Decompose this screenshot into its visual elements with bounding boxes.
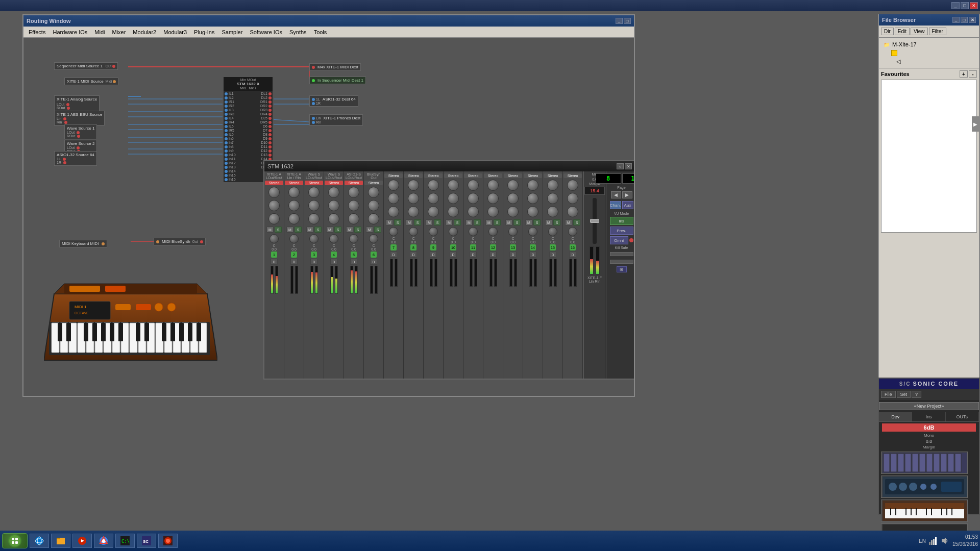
ch1-knob-1[interactable] bbox=[268, 187, 280, 198]
ch5-mute-btn[interactable]: M bbox=[346, 227, 353, 233]
ch2-knob-2[interactable] bbox=[288, 200, 300, 211]
ch10-d-btn[interactable]: D bbox=[450, 252, 457, 258]
xite1-analog-source-node[interactable]: XITE-1 Analog Source LOut ROut bbox=[54, 95, 100, 111]
ch10-pan-knob[interactable] bbox=[449, 227, 458, 236]
asio132-dest-node[interactable]: 1L ASIO1-32 Dest 64 1R bbox=[309, 95, 358, 107]
menu-synths[interactable]: Synths bbox=[286, 28, 310, 36]
ch11-pan-knob[interactable] bbox=[469, 227, 478, 236]
ch3-knob-1[interactable] bbox=[308, 187, 320, 198]
ch4-mute-btn[interactable]: M bbox=[326, 227, 333, 233]
ch15-knob-2[interactable] bbox=[547, 193, 558, 204]
ch4-solo-btn[interactable]: S bbox=[334, 227, 341, 233]
fb-close-btn[interactable]: ✕ bbox=[969, 17, 976, 23]
ch4-pan-knob[interactable] bbox=[329, 234, 338, 243]
ch6-pan-knob[interactable] bbox=[369, 234, 378, 243]
ch13-pan-knob[interactable] bbox=[508, 227, 518, 236]
file-tree-item-arrow[interactable]: ◁ bbox=[881, 57, 977, 66]
ch7-mute-btn[interactable]: M bbox=[386, 219, 393, 226]
ch2-mute-btn[interactable]: M bbox=[286, 227, 293, 233]
menu-modular2[interactable]: Modular2 bbox=[130, 28, 159, 36]
ch12-knob-2[interactable] bbox=[487, 193, 499, 204]
maximize-button[interactable]: □ bbox=[961, 2, 969, 9]
close-button[interactable]: ✕ bbox=[970, 2, 978, 9]
ch9-pan-knob[interactable] bbox=[429, 227, 438, 236]
ch8-knob-2[interactable] bbox=[408, 193, 419, 204]
ch13-knob-1[interactable] bbox=[507, 180, 519, 191]
sonic-tab-outs[interactable]: OUTs bbox=[946, 412, 979, 421]
sonic-set-btn[interactable]: Set bbox=[897, 391, 911, 398]
routing-window-title-buttons[interactable]: _ □ bbox=[616, 18, 631, 24]
ch2-knob-1[interactable] bbox=[288, 187, 300, 198]
mixer-omni-btn[interactable]: Omni bbox=[610, 236, 628, 244]
ch5-knob-2[interactable] bbox=[348, 200, 359, 211]
ch4-knob-3[interactable] bbox=[328, 213, 339, 224]
taskbar-media-btn[interactable] bbox=[72, 534, 92, 548]
mixer-page-prev-btn[interactable]: ◀ bbox=[611, 191, 621, 198]
taskbar-chrome-btn[interactable] bbox=[94, 534, 113, 548]
asio132-source-node[interactable]: ASIO1-32 Source 64 1L 1R bbox=[54, 151, 97, 166]
ch13-knob-3[interactable] bbox=[507, 206, 519, 217]
fb-edit-btn[interactable]: Edit bbox=[895, 28, 910, 35]
expand-collapse-arrow[interactable]: ▶ bbox=[972, 116, 979, 132]
ch5-pan-knob[interactable] bbox=[349, 234, 358, 243]
sequencer-midi-source-node[interactable]: Sequencer Midi Source 1 Out bbox=[54, 62, 118, 70]
ch12-knob-1[interactable] bbox=[487, 180, 499, 191]
ch8-mute-btn[interactable]: M bbox=[406, 219, 413, 226]
ch8-knob-3[interactable] bbox=[408, 206, 419, 217]
ch15-pan-knob[interactable] bbox=[548, 227, 557, 236]
ch11-knob-2[interactable] bbox=[468, 193, 479, 204]
ch4-stereo-btn[interactable]: Stereo bbox=[325, 181, 343, 185]
file-tree-item-root[interactable]: 📁 M-Xlte-17 bbox=[881, 40, 977, 49]
sonic-tab-ins[interactable]: Ins bbox=[912, 412, 945, 421]
ch3-mute-btn[interactable]: M bbox=[306, 227, 313, 233]
mixer-aux-btn[interactable]: Aux bbox=[622, 201, 633, 209]
fb-dir-btn[interactable]: Dir bbox=[881, 28, 894, 35]
menu-midi[interactable]: Midi bbox=[91, 28, 108, 36]
ch2-stereo-btn[interactable]: Stereo bbox=[285, 181, 303, 185]
ch14-knob-2[interactable] bbox=[527, 193, 538, 204]
ch14-knob-3[interactable] bbox=[527, 206, 538, 217]
menu-modular3[interactable]: Modular3 bbox=[160, 28, 190, 36]
ch1-d-btn[interactable]: D bbox=[271, 259, 278, 265]
ch6-solo-btn[interactable]: S bbox=[374, 227, 381, 233]
ch5-knob-3[interactable] bbox=[348, 213, 359, 224]
ch9-solo-btn[interactable]: S bbox=[434, 219, 441, 226]
ch14-pan-knob[interactable] bbox=[528, 227, 537, 236]
ch1-mute-btn[interactable]: M bbox=[266, 227, 274, 233]
ch10-mute-btn[interactable]: M bbox=[446, 219, 453, 226]
ch6-d-btn[interactable]: D bbox=[370, 259, 377, 265]
ch3-stereo-btn[interactable]: Stereo bbox=[305, 181, 323, 185]
ch2-solo-btn[interactable]: S bbox=[295, 227, 302, 233]
fb-view-btn[interactable]: View bbox=[911, 28, 928, 35]
ch9-knob-2[interactable] bbox=[428, 193, 439, 204]
in-sequencer-midi-dest-node[interactable]: In Sequencer Midi Dest 1 bbox=[309, 77, 366, 84]
ch5-d-btn[interactable]: D bbox=[350, 259, 357, 265]
ch6-stereo-btn[interactable]: Stereo bbox=[364, 181, 383, 185]
ch10-knob-3[interactable] bbox=[448, 206, 459, 217]
ch2-knob-3[interactable] bbox=[288, 213, 300, 224]
sonic-file-btn[interactable]: File bbox=[881, 391, 896, 398]
ch11-solo-btn[interactable]: S bbox=[474, 219, 481, 226]
fb-filter-btn[interactable]: Filter bbox=[929, 28, 946, 35]
mixer-ins-btn[interactable]: Ins bbox=[610, 217, 633, 225]
ch6-knob-1[interactable] bbox=[368, 187, 379, 198]
ch3-solo-btn[interactable]: S bbox=[314, 227, 322, 233]
ch11-mute-btn[interactable]: M bbox=[465, 219, 473, 226]
ch12-d-btn[interactable]: D bbox=[489, 252, 497, 258]
sonic-help-btn[interactable]: ? bbox=[912, 391, 921, 398]
ch13-solo-btn[interactable]: S bbox=[513, 219, 521, 226]
ch1-solo-btn[interactable]: S bbox=[275, 227, 282, 233]
ch8-d-btn[interactable]: D bbox=[410, 252, 417, 258]
ch9-knob-1[interactable] bbox=[428, 180, 439, 191]
ch1-stereo-btn[interactable]: Stereo bbox=[265, 181, 283, 185]
menu-tools[interactable]: Tools bbox=[311, 28, 330, 36]
start-button[interactable] bbox=[2, 533, 28, 548]
ch7-stereo-btn[interactable]: Stereo bbox=[384, 173, 403, 178]
menu-software-ios[interactable]: Software IOs bbox=[247, 28, 285, 36]
ch9-mute-btn[interactable]: M bbox=[426, 219, 433, 226]
ch13-knob-2[interactable] bbox=[507, 193, 519, 204]
ch1-pan-knob[interactable] bbox=[270, 234, 279, 243]
taskbar-red-app-btn[interactable] bbox=[158, 534, 178, 548]
ch10-solo-btn[interactable]: S bbox=[454, 219, 461, 226]
mixer-title-buttons[interactable]: ○ ✕ bbox=[617, 163, 632, 169]
